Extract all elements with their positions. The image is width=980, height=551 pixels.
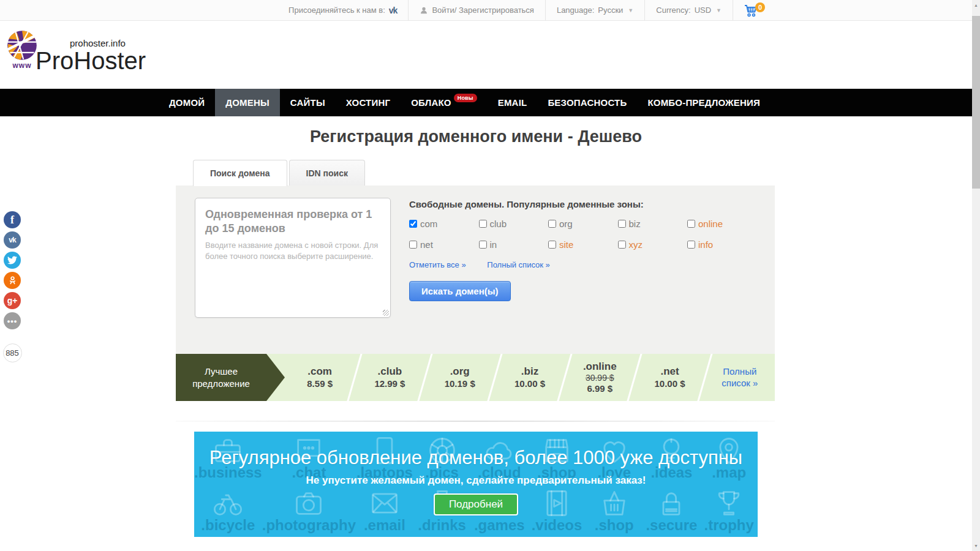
currency-select[interactable]: Currency: USD ▼ <box>644 0 733 20</box>
more-icon[interactable]: ••• <box>4 312 21 329</box>
user-icon <box>420 6 428 15</box>
twitter-icon[interactable] <box>4 252 21 269</box>
google-plus-icon[interactable]: g+ <box>4 292 21 309</box>
vk-icon[interactable]: vk <box>4 231 21 249</box>
language-label: Language: <box>557 6 594 15</box>
page-scrollbar[interactable]: ▲ ▼ <box>972 0 980 551</box>
logo-www-text: www <box>5 61 39 70</box>
zone-label: net <box>420 239 433 250</box>
nav-item-label: БЕЗОПАСНОСТЬ <box>548 97 627 108</box>
zone-checkbox-com[interactable]: com <box>409 219 479 229</box>
ribbon-tld: .club <box>378 365 402 378</box>
ribbon-full-list-link[interactable]: Полный список » <box>715 366 764 389</box>
checkbox-info[interactable] <box>687 241 695 249</box>
vk-icon[interactable]: vk <box>389 6 398 15</box>
nav-item-label: ХОСТИНГ <box>346 97 390 108</box>
zone-label: info <box>698 239 713 250</box>
zone-checkbox-net[interactable]: net <box>409 239 479 250</box>
search-domains-button[interactable]: Искать домен(ы) <box>409 281 511 301</box>
domain-search-textarea[interactable] <box>195 198 391 318</box>
zone-checkbox-club[interactable]: club <box>479 219 549 229</box>
checkbox-club[interactable] <box>479 220 487 228</box>
best-offer-flag: Лучшее предложение <box>176 354 285 401</box>
zone-checkbox-biz[interactable]: biz <box>618 219 688 229</box>
checkbox-net[interactable] <box>409 241 417 249</box>
nav-item-домены[interactable]: ДОМЕНЫ <box>215 89 280 116</box>
nav-item-сайты[interactable]: САЙТЫ <box>280 89 336 116</box>
language-select[interactable]: Language: Русски ▼ <box>545 0 644 20</box>
checkbox-org[interactable] <box>548 220 556 228</box>
globe-logo-icon <box>6 29 38 61</box>
nav-item-label: ДОМЕНЫ <box>225 97 270 108</box>
zone-checkbox-site[interactable]: site <box>548 239 618 250</box>
ribbon-price: 6.99 $ <box>587 383 612 394</box>
nav-item-безопасность[interactable]: БЕЗОПАСНОСТЬ <box>537 89 637 116</box>
nav-item-label: ДОМОЙ <box>169 97 205 108</box>
zone-checkbox-xyz[interactable]: xyz <box>618 239 688 250</box>
zone-label: in <box>490 239 497 250</box>
page-title: Регистрация доменного имени - Дешево <box>176 127 776 146</box>
best-offer-label: Лучшее предложение <box>176 365 266 389</box>
checkbox-com[interactable] <box>409 220 417 228</box>
zone-label: org <box>559 219 573 229</box>
nav-item-комбо-предложения[interactable]: КОМБО-ПРЕДЛОЖЕНИЯ <box>637 89 771 116</box>
site-logo[interactable]: www prohoster.info ProHoster <box>5 29 146 73</box>
vk-glyph: vk <box>9 236 15 244</box>
tab-domain-search[interactable]: Поиск домена <box>193 160 287 186</box>
ribbon-tld: .online <box>583 361 617 373</box>
currency-label: Currency: <box>656 6 690 15</box>
cart-button[interactable]: 0 <box>733 0 769 20</box>
currency-value: USD <box>695 6 711 15</box>
details-button[interactable]: Подробней <box>434 493 518 515</box>
topbar: Присоединяйтесь к нам в: vk Войти/ Зарег… <box>0 0 972 21</box>
zone-label: com <box>420 219 437 229</box>
nav-item-label: КОМБО-ПРЕДЛОЖЕНИЯ <box>647 97 760 108</box>
ribbon-price: 10.00 $ <box>655 378 685 389</box>
ribbon-tld: .net <box>660 365 679 378</box>
ribbon-tld-cell: .net10.00 $ <box>635 354 704 401</box>
nav-item-label: САЙТЫ <box>290 97 325 108</box>
odnoklassniki-icon[interactable] <box>4 272 21 289</box>
scroll-down-button[interactable]: ▼ <box>972 541 980 551</box>
nav-item-облако[interactable]: ОБЛАКОНовы <box>401 89 488 116</box>
zone-checkbox-org[interactable]: org <box>548 219 618 229</box>
checkbox-site[interactable] <box>548 241 556 249</box>
join-us-label: Присоединяйтесь к нам в: <box>288 6 385 15</box>
main-nav: ДОМОЙДОМЕНЫСАЙТЫХОСТИНГОБЛАКОНовыEMAILБЕ… <box>0 89 972 116</box>
ribbon-tld-cell: .club12.99 $ <box>355 354 424 401</box>
nav-item-label: EMAIL <box>498 97 527 108</box>
language-value: Русски <box>598 6 623 15</box>
scroll-up-button[interactable]: ▲ <box>972 0 980 10</box>
checkbox-xyz[interactable] <box>618 241 626 249</box>
scrollbar-thumb[interactable] <box>972 16 980 189</box>
checkbox-biz[interactable] <box>618 220 626 228</box>
cart-count-badge: 0 <box>755 2 765 12</box>
nav-item-хостинг[interactable]: ХОСТИНГ <box>336 89 401 116</box>
full-list-link[interactable]: Полный список » <box>487 260 549 269</box>
ribbon-tld: .biz <box>521 365 538 378</box>
tab-idn-search[interactable]: IDN поиск <box>289 160 365 186</box>
nav-item-домой[interactable]: ДОМОЙ <box>159 89 215 116</box>
ribbon-tld: .org <box>450 365 470 378</box>
zone-checkbox-info[interactable]: info <box>687 239 757 250</box>
promo-banner: .business.chat.laptops.pics.cloud.shop.l… <box>194 432 758 537</box>
zone-checkbox-in[interactable]: in <box>479 239 549 250</box>
ribbon-tld-cell: .biz10.00 $ <box>495 354 565 401</box>
chevron-down-icon: ▼ <box>716 7 722 13</box>
nav-item-email[interactable]: EMAIL <box>488 89 538 116</box>
ribbon-tld-cell: .com8.59 $ <box>285 354 355 401</box>
facebook-glyph: f <box>10 214 14 225</box>
ribbon-tld-cell: .org10.19 $ <box>425 354 495 401</box>
checkbox-online[interactable] <box>687 220 695 228</box>
zones-title: Свободные домены. Популярные доменные зо… <box>409 199 757 209</box>
select-all-link[interactable]: Отметить все » <box>409 260 466 269</box>
banner-title: Регулярное обновление доменов, более 100… <box>209 447 742 469</box>
checkbox-in[interactable] <box>479 241 487 249</box>
ribbon-price: 12.99 $ <box>374 378 405 389</box>
login-link[interactable]: Войти/ Зарегистрироваться <box>408 0 545 20</box>
google-plus-glyph: g+ <box>7 296 18 305</box>
price-ribbon: Лучшее предложение .com8.59 $.club12.99 … <box>176 354 775 401</box>
zone-checkbox-online[interactable]: online <box>687 219 757 229</box>
more-glyph: ••• <box>7 317 18 325</box>
facebook-icon[interactable]: f <box>4 211 21 228</box>
